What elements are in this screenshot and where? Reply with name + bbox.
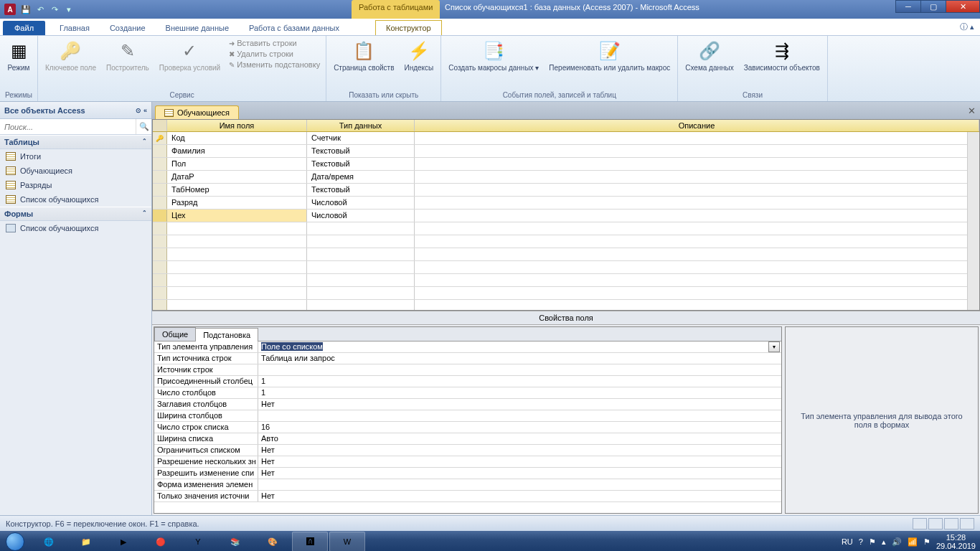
close-button[interactable]: ✕ <box>946 0 980 13</box>
nav-section-forms[interactable]: Формы⌃ <box>0 207 151 221</box>
search-icon[interactable]: 🔍 <box>136 119 151 134</box>
search-input[interactable] <box>0 119 136 134</box>
insert-rows-button[interactable]: ➜ Вставить строки <box>227 38 321 48</box>
property-row[interactable]: Тип элемента управленияПоле со списком▾ <box>154 342 781 353</box>
property-row[interactable]: Разрешение нескольких знНет <box>154 456 781 468</box>
tab-lookup[interactable]: Подстановка <box>195 328 258 342</box>
create-macros-button[interactable]: 📑Создать макросы данных ▾ <box>446 38 542 73</box>
col-desc-header[interactable]: Описание <box>415 120 979 131</box>
property-row[interactable]: Разрешить изменение спиНет <box>154 468 781 479</box>
tab-create[interactable]: Создание <box>100 21 156 35</box>
nav-table-item[interactable]: Обучающиеся <box>0 164 151 178</box>
dropdown-icon[interactable]: ▾ <box>768 342 780 352</box>
nav-table-item[interactable]: Разряды <box>0 178 151 192</box>
field-row[interactable]: ПолТекстовый <box>153 158 979 171</box>
tray-flag-icon[interactable]: ⚑ <box>869 537 876 547</box>
delete-rows-button[interactable]: ✖ Удалить строки <box>227 49 321 59</box>
taskbar-opera[interactable]: 🔴 <box>143 532 179 551</box>
field-row[interactable]: РазрядЧисловой <box>153 197 979 209</box>
property-row[interactable]: Ограничиться спискомНет <box>154 445 781 456</box>
redo-icon[interactable]: ↷ <box>49 4 60 15</box>
property-row[interactable]: Источник строк <box>154 364 781 376</box>
taskbar-access[interactable]: 🅰 <box>292 532 328 551</box>
field-row[interactable]: ЦехЧисловой <box>153 209 979 222</box>
property-row[interactable]: Форма изменения элемен <box>154 479 781 491</box>
undo-icon[interactable]: ↶ <box>34 4 46 15</box>
tab-design[interactable]: Конструктор <box>375 20 442 35</box>
col-type-header[interactable]: Тип данных <box>307 120 415 131</box>
indexes-button[interactable]: ⚡Индексы <box>401 38 436 73</box>
taskbar-winrar[interactable]: 📚 <box>217 532 253 551</box>
lang-indicator[interactable]: RU <box>842 537 853 546</box>
tray-up-icon[interactable]: ▴ <box>882 537 886 547</box>
nav-table-item[interactable]: Итоги <box>0 149 151 164</box>
scrollbar-vertical[interactable] <box>967 132 979 310</box>
property-row[interactable]: Ширина спискаАвто <box>154 433 781 445</box>
table-icon <box>164 109 174 117</box>
view-button[interactable]: ▦Режим <box>4 38 33 73</box>
tray-action-icon[interactable]: ⚑ <box>923 537 930 547</box>
nav-header[interactable]: Все объекты Access⊙ « <box>0 102 151 119</box>
maximize-button[interactable]: ▢ <box>920 0 946 13</box>
field-row[interactable]: ТабНомерТекстовый <box>153 184 979 197</box>
col-name-header[interactable]: Имя поля <box>167 120 307 131</box>
validate-button[interactable]: ✓Проверка условий <box>156 38 223 73</box>
taskbar-paint[interactable]: 🎨 <box>255 532 291 551</box>
save-icon[interactable]: 💾 <box>20 4 32 15</box>
help-icon[interactable]: ⓘ ▴ <box>960 22 974 32</box>
rename-macro-button[interactable]: 📝Переименовать или удалить макрос <box>546 38 673 73</box>
property-row[interactable]: Присоединенный столбец1 <box>154 376 781 387</box>
minimize-button[interactable]: ─ <box>895 0 921 13</box>
property-row[interactable]: Тип источника строкТаблица или запрос <box>154 353 781 364</box>
qat-dropdown-icon[interactable]: ▾ <box>63 4 75 15</box>
taskbar-word[interactable]: W <box>329 532 365 551</box>
property-sheet-button[interactable]: 📋Страница свойств <box>331 38 397 73</box>
view-pivot[interactable] <box>960 518 974 529</box>
property-row[interactable]: Заглавия столбцовНет <box>154 399 781 410</box>
field-row[interactable]: ФамилияТекстовый <box>153 145 979 158</box>
property-row[interactable]: Ширина столбцов <box>154 410 781 422</box>
clock[interactable]: 15:2829.04.2019 <box>936 533 976 550</box>
field-row[interactable] <box>153 261 979 274</box>
nav-table-item[interactable]: Список обучающихся <box>0 192 151 207</box>
selector-header[interactable] <box>153 120 167 131</box>
tab-external[interactable]: Внешние данные <box>156 21 239 35</box>
field-row[interactable]: 🔑КодСчетчик <box>153 132 979 145</box>
taskbar-ie[interactable]: 🌐 <box>31 532 67 551</box>
field-row[interactable] <box>153 274 979 287</box>
start-button[interactable] <box>0 531 30 551</box>
dependencies-button[interactable]: ⇶Зависимости объектов <box>741 38 823 73</box>
taskbar-yandex[interactable]: Y <box>180 532 216 551</box>
property-row[interactable]: Число строк списка16 <box>154 422 781 433</box>
modify-lookup-button[interactable]: ✎ Изменить подстановку <box>227 60 321 70</box>
tab-general[interactable]: Общие <box>154 327 196 341</box>
tray-help-icon[interactable]: ? <box>859 537 863 546</box>
tab-dbtools[interactable]: Работа с базами данных <box>239 21 349 35</box>
field-row[interactable] <box>153 287 979 300</box>
tray-volume-icon[interactable]: 🔊 <box>892 537 902 547</box>
property-row[interactable]: Только значения источниНет <box>154 491 781 502</box>
primary-key-button[interactable]: 🔑Ключевое поле <box>42 38 99 73</box>
property-row[interactable]: Число столбцов1 <box>154 387 781 399</box>
view-sql[interactable] <box>944 518 958 529</box>
field-row[interactable] <box>153 235 979 248</box>
tab-home[interactable]: Главная <box>50 21 100 35</box>
builder-button[interactable]: ✎Построитель <box>103 38 152 73</box>
nav-form-item[interactable]: Список обучающихся <box>0 221 151 235</box>
nav-section-tables[interactable]: Таблицы⌃ <box>0 135 151 149</box>
wand-icon: ✎ <box>116 39 139 62</box>
field-row[interactable]: ДатаРДата/время <box>153 171 979 184</box>
taskbar-media[interactable]: ▶ <box>105 532 141 551</box>
taskbar-explorer[interactable]: 📁 <box>68 532 104 551</box>
view-datasheet[interactable] <box>913 518 927 529</box>
field-row[interactable] <box>153 300 979 310</box>
tray-network-icon[interactable]: 📶 <box>908 537 918 547</box>
field-row[interactable] <box>153 222 979 235</box>
field-row[interactable] <box>153 248 979 261</box>
document-tab[interactable]: Обучающиеся <box>155 105 239 119</box>
view-design[interactable] <box>928 518 943 529</box>
file-tab[interactable]: Файл <box>3 21 45 35</box>
relationships-button[interactable]: 🔗Схема данных <box>682 38 737 73</box>
collapse-icon[interactable]: ⊙ « <box>136 107 147 114</box>
close-tab-button[interactable]: ✕ <box>968 105 976 116</box>
